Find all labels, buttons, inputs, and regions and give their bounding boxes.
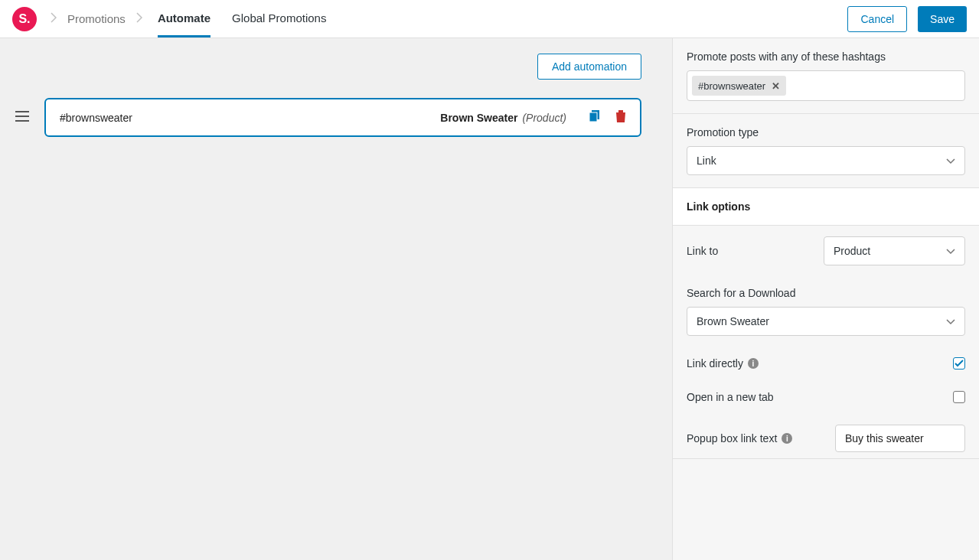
promotion-type-value: Link: [697, 155, 716, 167]
add-automation-button[interactable]: Add automation: [537, 54, 641, 80]
automation-hashtag: #brownsweater: [60, 112, 132, 124]
automation-meta: Brown Sweater (Product): [440, 110, 626, 125]
promotion-type-section: Promotion type Link: [673, 114, 979, 187]
chevron-down-icon: [946, 245, 955, 257]
card-actions: [589, 110, 626, 125]
drag-handle-icon[interactable]: [15, 111, 29, 124]
link-directly-checkbox[interactable]: [953, 357, 965, 370]
link-to-row: Link to Product: [673, 226, 979, 276]
app-logo: S.: [12, 7, 37, 31]
tab-global-promotions[interactable]: Global Promotions: [232, 1, 326, 37]
link-to-select[interactable]: Product: [824, 236, 965, 265]
link-to-value: Product: [834, 245, 870, 257]
link-options-title: Link options: [687, 200, 965, 213]
open-new-tab-label: Open in a new tab: [687, 391, 774, 403]
promotion-type-label: Promotion type: [687, 126, 965, 138]
hashtag-chip: #brownsweater ✕: [692, 76, 786, 96]
info-icon[interactable]: i: [782, 433, 792, 444]
download-select[interactable]: Brown Sweater: [687, 307, 965, 336]
header-actions: Cancel Save: [847, 6, 967, 32]
automation-product-type: (Product): [522, 112, 566, 124]
link-options-header: Link options: [673, 187, 979, 226]
link-directly-label: Link directly i: [687, 357, 759, 370]
settings-panel: Promote posts with any of these hashtags…: [673, 38, 979, 560]
breadcrumb-promotions[interactable]: Promotions: [67, 12, 126, 25]
chevron-right-icon: [51, 12, 57, 25]
chevron-right-icon: [136, 12, 142, 25]
link-directly-row: Link directly i: [673, 347, 979, 380]
download-label: Search for a Download: [687, 287, 965, 299]
hashtag-input[interactable]: #brownsweater ✕: [687, 70, 965, 101]
hashtag-label: Promote posts with any of these hashtags: [687, 50, 965, 63]
link-to-label: Link to: [687, 245, 718, 257]
chevron-down-icon: [946, 155, 955, 167]
automation-row: #brownsweater Brown Sweater (Product): [15, 98, 641, 137]
download-value: Brown Sweater: [697, 315, 769, 327]
remove-hashtag-icon[interactable]: ✕: [772, 80, 780, 92]
open-new-tab-checkbox[interactable]: [953, 391, 965, 403]
chevron-down-icon: [946, 315, 955, 327]
automation-product-name: Brown Sweater: [440, 112, 517, 124]
save-button[interactable]: Save: [918, 6, 967, 32]
info-icon[interactable]: i: [748, 358, 759, 369]
cancel-button[interactable]: Cancel: [847, 6, 907, 32]
hashtag-chip-text: #brownsweater: [698, 80, 765, 92]
automations-panel: Add automation #brownsweater Brown Sweat…: [0, 38, 673, 560]
popup-text-row: Popup box link text i: [673, 414, 979, 459]
popup-text-input[interactable]: [835, 425, 965, 452]
breadcrumb: Promotions: [43, 12, 150, 25]
tab-bar: Automate Global Promotions: [158, 1, 327, 37]
tab-automate[interactable]: Automate: [158, 1, 210, 37]
popup-text-label: Popup box link text i: [687, 432, 792, 444]
open-new-tab-row: Open in a new tab: [673, 380, 979, 414]
page-header: S. Promotions Automate Global Promotions…: [0, 0, 979, 38]
duplicate-icon[interactable]: [589, 110, 602, 125]
promotion-type-select[interactable]: Link: [687, 146, 965, 175]
hashtag-section: Promote posts with any of these hashtags…: [673, 38, 979, 114]
svg-rect-1: [589, 112, 597, 122]
main-content: Add automation #brownsweater Brown Sweat…: [0, 38, 979, 560]
automation-card[interactable]: #brownsweater Brown Sweater (Product): [44, 98, 641, 137]
delete-icon[interactable]: [615, 110, 626, 125]
download-row: Search for a Download Brown Sweater: [673, 276, 979, 347]
